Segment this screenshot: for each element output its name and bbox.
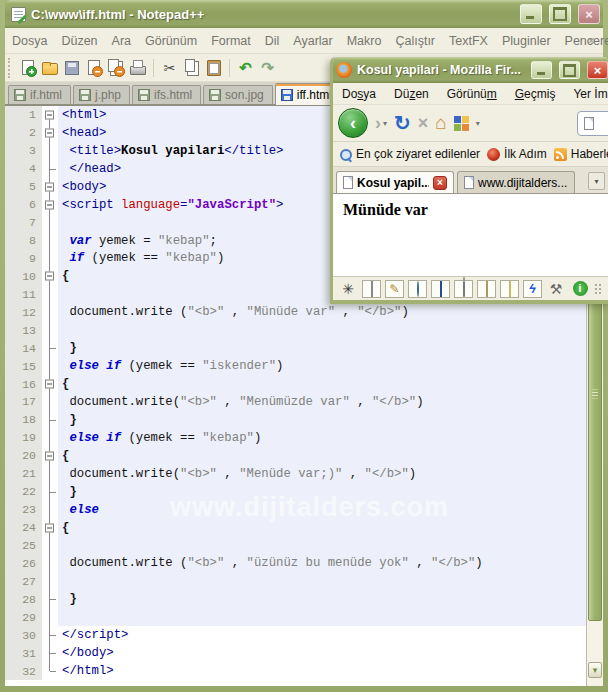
paste-icon[interactable] <box>204 58 223 77</box>
statusbar-globe-icon[interactable] <box>408 280 427 298</box>
back-button[interactable]: ‹ <box>338 108 368 138</box>
grid-dropdown-icon[interactable]: ▾ <box>476 119 480 128</box>
menu-item-dosya[interactable]: Dosya <box>5 34 54 48</box>
close-button[interactable]: × <box>578 4 600 24</box>
code-text[interactable] <box>58 537 586 555</box>
firefox-maximize-button[interactable] <box>559 61 580 79</box>
code-text[interactable]: </body> <box>58 644 586 662</box>
code-text[interactable]: else if (yemek == "kebap") <box>58 429 586 447</box>
menu-item-ara[interactable]: Ara <box>105 34 138 48</box>
bookmark-i-lk-ad-m[interactable]: İlk Adım <box>487 147 547 161</box>
menu-item-d-zen[interactable]: Düzen <box>385 87 438 101</box>
save-icon[interactable] <box>62 58 81 77</box>
code-text[interactable]: else <box>58 501 586 519</box>
statusbar-save-icon[interactable] <box>431 280 450 298</box>
menu-item-d-zen[interactable]: Düzen <box>54 34 104 48</box>
fold-collapse-icon[interactable] <box>45 451 54 460</box>
statusbar-lightning-icon[interactable]: ϟ <box>523 280 542 298</box>
code-text[interactable]: document.write ("<b>" , "Münüde var" , "… <box>58 303 586 321</box>
statusbar-tools-icon[interactable]: ⚒ <box>546 280 566 298</box>
print-icon[interactable] <box>128 58 147 77</box>
undo-icon[interactable]: ↶ <box>236 58 255 77</box>
code-text[interactable]: } <box>58 483 586 501</box>
toolbar-grip[interactable] <box>8 58 12 78</box>
menu-item-ayarlar[interactable]: Ayarlar <box>286 34 339 48</box>
statusbar-note-icon[interactable] <box>500 280 519 298</box>
statusbar-print-icon[interactable] <box>454 280 473 298</box>
fold-collapse-icon[interactable] <box>45 380 54 389</box>
reload-button[interactable]: ↻ <box>394 111 411 135</box>
menu-item-makro[interactable]: Makro <box>340 34 389 48</box>
cut-icon[interactable]: ✂ <box>160 58 179 77</box>
code-text[interactable]: </html> <box>58 662 586 680</box>
code-text[interactable]: { <box>58 519 586 537</box>
menu-item-dil[interactable]: Dil <box>258 34 287 48</box>
statusbar-bug-icon[interactable]: ✳ <box>338 280 358 298</box>
firefox-titlebar[interactable]: Kosul yapilari - Mozilla Fir... × <box>330 57 608 83</box>
fold-collapse-icon[interactable] <box>45 182 54 191</box>
statusbar-clipboard-icon[interactable] <box>477 280 496 298</box>
code-text[interactable]: } <box>58 411 586 429</box>
code-text[interactable]: </script> <box>58 626 586 644</box>
scrollbar-down-button[interactable]: ▾ <box>588 662 602 678</box>
code-text[interactable] <box>58 572 586 590</box>
fold-collapse-icon[interactable] <box>45 128 54 137</box>
open-folder-icon[interactable] <box>40 58 59 77</box>
code-text[interactable]: { <box>58 447 586 465</box>
redo-icon[interactable]: ↷ <box>258 58 277 77</box>
copy-icon[interactable] <box>182 58 201 77</box>
forward-button[interactable]: › ▾ <box>375 113 387 134</box>
editor-tab-ifs-html[interactable]: ifs.html <box>132 85 201 104</box>
stop-button[interactable]: × <box>418 113 429 134</box>
statusbar-new-document-icon[interactable] <box>362 280 381 298</box>
menu-item-format[interactable]: Format <box>204 34 258 48</box>
code-text[interactable]: } <box>58 590 586 608</box>
code-text[interactable]: document.write("<b>" , "Menümüzde var" ,… <box>58 393 586 411</box>
menu-item-pluginler[interactable]: Pluginler <box>495 34 558 48</box>
location-bar[interactable] <box>577 111 608 136</box>
menu-item-g-r-n-m[interactable]: Görünüm <box>138 34 204 48</box>
menu-item-dosya[interactable]: Dosya <box>333 87 385 101</box>
editor-tab-j-php[interactable]: j.php <box>73 85 130 104</box>
fold-collapse-icon[interactable] <box>45 200 54 209</box>
tab-close-button[interactable]: × <box>433 176 447 190</box>
fold-collapse-icon[interactable] <box>45 272 54 281</box>
code-text[interactable]: { <box>58 375 586 393</box>
tab-kosul-yapilari[interactable]: Kosul yapil... × <box>336 171 454 193</box>
bookmark-en-ok-ziyaret-edilenler[interactable]: En çok ziyaret edilenler <box>339 147 480 161</box>
menubar-close-icon[interactable]: × <box>587 33 595 48</box>
home-button[interactable]: ⌂ <box>435 112 446 134</box>
menu-item-g-r-n-m[interactable]: Görünüm <box>438 87 506 101</box>
close-file-icon[interactable] <box>84 58 103 77</box>
notepadpp-titlebar[interactable]: C:\www\iff.html - Notepad++ × <box>5 0 603 28</box>
tab-dijitalders[interactable]: www.dijitalders.... <box>457 171 575 193</box>
quick-access-grid-icon[interactable] <box>454 116 469 131</box>
code-text[interactable] <box>58 608 586 626</box>
resize-grip-icon[interactable] <box>594 283 603 295</box>
statusbar-edit-pencil-icon[interactable]: ✎ <box>385 280 404 298</box>
code-text[interactable]: document.write("<b>" , "Menüde var;)" , … <box>58 465 586 483</box>
editor-tab-if-html[interactable]: if.html <box>8 85 71 104</box>
bookmark-haberler[interactable]: Haberler <box>554 147 608 161</box>
new-file-icon[interactable] <box>18 58 37 77</box>
maximize-button[interactable] <box>549 4 571 24</box>
fold-collapse-icon[interactable] <box>45 523 54 532</box>
minimize-button[interactable] <box>520 4 542 24</box>
code-text[interactable]: } <box>58 339 586 357</box>
menu-item-textfx[interactable]: TextFX <box>442 34 495 48</box>
code-text[interactable]: document.write ("<b>" , "üzünüz bu menüd… <box>58 554 586 572</box>
tab-list-button[interactable]: ▾ <box>588 172 605 190</box>
fold-collapse-icon[interactable] <box>45 110 54 119</box>
close-all-icon[interactable] <box>106 58 125 77</box>
menu-item-pencere[interactable]: Pencere <box>558 34 608 48</box>
statusbar-info-icon[interactable]: i <box>570 280 590 298</box>
history-dropdown-icon[interactable]: ▾ <box>383 119 387 128</box>
code-text[interactable]: else if (yemek == "iskender") <box>58 357 586 375</box>
menu-item-al-t-r[interactable]: Çalıştır <box>388 34 442 48</box>
menu-item-yer-i-mleri[interactable]: Yer İmleri <box>564 87 608 101</box>
editor-tab-son-jpg[interactable]: son.jpg <box>203 85 273 104</box>
menu-item-ge-mi[interactable]: Geçmiş <box>506 87 565 101</box>
firefox-close-button[interactable]: × <box>587 61 608 79</box>
firefox-minimize-button[interactable] <box>531 61 552 79</box>
code-text[interactable] <box>58 321 586 339</box>
